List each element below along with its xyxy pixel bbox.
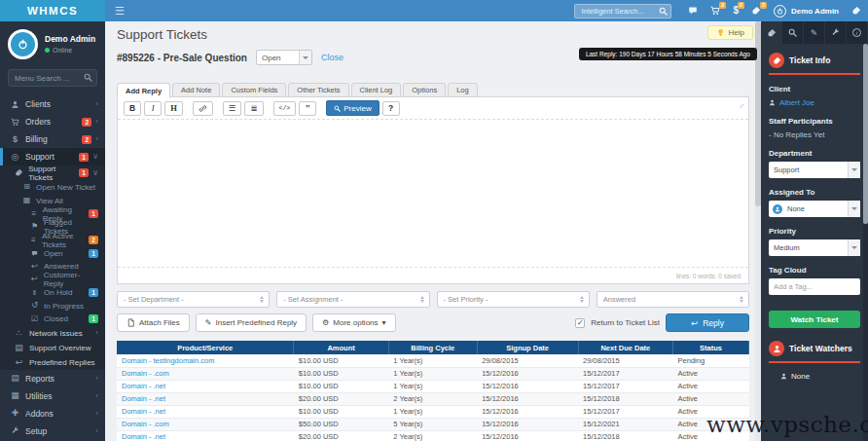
- sidebar-item-network-issues[interactable]: ∴Network Issues‹: [0, 326, 105, 341]
- sidebar-item-label: Billing: [25, 134, 48, 144]
- sidebar-item-addons[interactable]: ✚Addons‹: [0, 405, 105, 423]
- pending-orders-icon[interactable]: 2: [710, 6, 720, 16]
- sidebar-item-utilities[interactable]: ▦Utilities‹: [0, 387, 105, 405]
- tab-custom-fields[interactable]: Custom Fields: [222, 83, 286, 97]
- addon-icon: ✚: [9, 409, 21, 418]
- editor-help-button[interactable]: ?: [382, 101, 400, 116]
- more-options-button[interactable]: ⚙ More options ▾: [312, 313, 395, 332]
- panel-tab-ticket-info[interactable]: [761, 21, 782, 44]
- add-tag-input[interactable]: [769, 278, 860, 295]
- product-link[interactable]: Domain - .net: [122, 394, 165, 403]
- product-link[interactable]: Domain - .com: [122, 369, 169, 378]
- product-link[interactable]: Domain - testingdomain.com: [122, 356, 214, 365]
- reply-button[interactable]: ↩ Reply: [666, 313, 749, 332]
- link-button[interactable]: [193, 101, 213, 116]
- product-link[interactable]: Domain - .net: [122, 432, 165, 441]
- watch-ticket-button[interactable]: Watch Ticket: [769, 311, 860, 328]
- code-button[interactable]: </>: [273, 101, 297, 116]
- staff-participants-label: Staff Participants: [769, 117, 860, 126]
- sidebar-item-reports[interactable]: ▤Reports‹: [0, 370, 105, 387]
- attach-files-button[interactable]: Attach Files: [117, 313, 190, 332]
- table-cell: 15/12/2021: [578, 418, 672, 430]
- sidebar-item-label: Clients: [25, 99, 51, 109]
- close-ticket-link[interactable]: Close: [321, 53, 344, 62]
- editor-toolbar: B I H ☰ ≣ </> " Preview ? ↕: [118, 97, 748, 120]
- overdue-invoices-icon[interactable]: $2: [733, 6, 739, 16]
- panel-tab-tools[interactable]: [825, 21, 847, 44]
- tab-options[interactable]: Options: [403, 83, 446, 97]
- count-badge: 2: [82, 135, 91, 144]
- unordered-list-button[interactable]: ☰: [223, 101, 242, 116]
- italic-button[interactable]: I: [144, 101, 162, 116]
- resize-icon[interactable]: ↕: [738, 102, 745, 110]
- ticket-panel-toggle-icon[interactable]: [851, 6, 861, 16]
- preview-button[interactable]: Preview: [326, 100, 379, 116]
- messages-icon[interactable]: [688, 6, 698, 16]
- spinner-icon: [740, 296, 743, 303]
- sidebar-item-support-overview[interactable]: ▤Support Overview: [0, 341, 105, 355]
- admin-profile[interactable]: Demo Admin Online: [0, 21, 105, 66]
- sidebar-item-predefined-replies[interactable]: ↩Predefined Replies: [0, 355, 105, 370]
- sidebar-item-clients[interactable]: Clients‹: [0, 95, 105, 113]
- intelligent-search-input[interactable]: [574, 4, 671, 18]
- priority-select[interactable]: Medium: [769, 239, 860, 256]
- reply-icon: ↩: [29, 276, 40, 283]
- spinner-icon: [260, 296, 264, 303]
- product-link[interactable]: Domain - .com: [122, 420, 169, 428]
- status-select[interactable]: Answered: [597, 291, 749, 308]
- department-select[interactable]: Support: [769, 162, 860, 178]
- panel-tab-info[interactable]: i: [847, 21, 868, 44]
- sidebar-item-open-new-ticket[interactable]: ⊞Open New Ticket: [0, 180, 105, 194]
- sidebar-item-orders[interactable]: Orders2‹: [0, 113, 105, 130]
- tab-add-reply[interactable]: Add Reply: [117, 83, 170, 98]
- magnifier-icon: [334, 105, 341, 112]
- product-link[interactable]: Domain - .net: [122, 382, 165, 390]
- ordered-list-button[interactable]: ≣: [244, 101, 263, 116]
- assigned-to-select[interactable]: None: [769, 201, 860, 217]
- ticket-watchers-heading: Ticket Watchers: [789, 344, 852, 353]
- sidebar-item-on-hold[interactable]: ‖On Hold1: [0, 286, 105, 300]
- tab-add-note[interactable]: Add Note: [172, 83, 220, 97]
- bold-button[interactable]: B: [124, 101, 141, 116]
- help-button[interactable]: Help: [707, 25, 753, 40]
- ticket-status-select[interactable]: Open: [256, 50, 312, 65]
- set-priority-select[interactable]: - Set Priority -: [437, 291, 590, 308]
- reply-editor-panel: B I H ☰ ≣ </> " Preview ? ↕ lines: 0 wor…: [117, 96, 749, 284]
- chevron-down-icon: [848, 162, 860, 178]
- return-to-ticket-list-checkbox[interactable]: ✓: [575, 318, 585, 328]
- panel-tab-notes[interactable]: ✎: [804, 21, 825, 44]
- reply-message-editor[interactable]: [118, 120, 748, 268]
- sidebar-item-in-progress[interactable]: ↺In Progress: [0, 300, 105, 313]
- product-link[interactable]: Domain - .net: [122, 407, 165, 416]
- sidebar-item-setup[interactable]: Setup‹: [0, 423, 105, 440]
- sidebar-item-open[interactable]: Open1: [0, 247, 105, 261]
- tab-other-tickets[interactable]: Other Tickets: [288, 83, 348, 97]
- table-cell: 15/12/2016: [477, 405, 578, 418]
- panel-scrollbar-thumb[interactable]: [863, 44, 868, 224]
- sidebar-item-customer-reply[interactable]: ↩Customer-Reply: [0, 274, 105, 287]
- set-assignment-select[interactable]: - Set Assignment -: [276, 291, 429, 308]
- heading-button[interactable]: H: [164, 101, 183, 116]
- sidebar-item-billing[interactable]: $Billing2‹: [0, 130, 105, 148]
- sidebar-item-label: Orders: [25, 117, 51, 127]
- sidebar-item-label: Support Tickets: [28, 165, 79, 182]
- hamburger-menu-icon[interactable]: ☰: [115, 5, 125, 18]
- sidebar-item-closed[interactable]: ☑Closed1: [0, 312, 105, 326]
- reply-icon: ↩: [29, 263, 40, 271]
- sidebar-item-all-active-tickets[interactable]: ≡All Active Tickets2: [0, 234, 105, 247]
- table-row: Domain - .net$10.00 USD1 Year(s)15/12/20…: [117, 380, 749, 392]
- quote-button[interactable]: ": [299, 101, 316, 116]
- set-department-select[interactable]: - Set Department -: [117, 291, 270, 308]
- client-link[interactable]: Albert Joe: [769, 98, 860, 107]
- table-cell: 15/12/2016: [477, 367, 578, 380]
- active-tickets-icon[interactable]: 3: [751, 6, 761, 16]
- insert-predefined-reply-button[interactable]: ✎ Insert Predefined Reply: [196, 313, 307, 332]
- tab-log[interactable]: Log: [448, 83, 478, 97]
- account-menu[interactable]: Demo Admin: [774, 5, 839, 18]
- tab-client-log[interactable]: Client Log: [351, 83, 402, 97]
- sidebar-item-support-tickets[interactable]: Support Tickets1∨: [0, 165, 105, 180]
- sidebar-item-support[interactable]: ◎Support1∨: [0, 148, 105, 165]
- watchers-value: None: [791, 372, 810, 381]
- table-cell: $50.00 USD: [294, 418, 388, 430]
- panel-tab-search[interactable]: [782, 21, 804, 44]
